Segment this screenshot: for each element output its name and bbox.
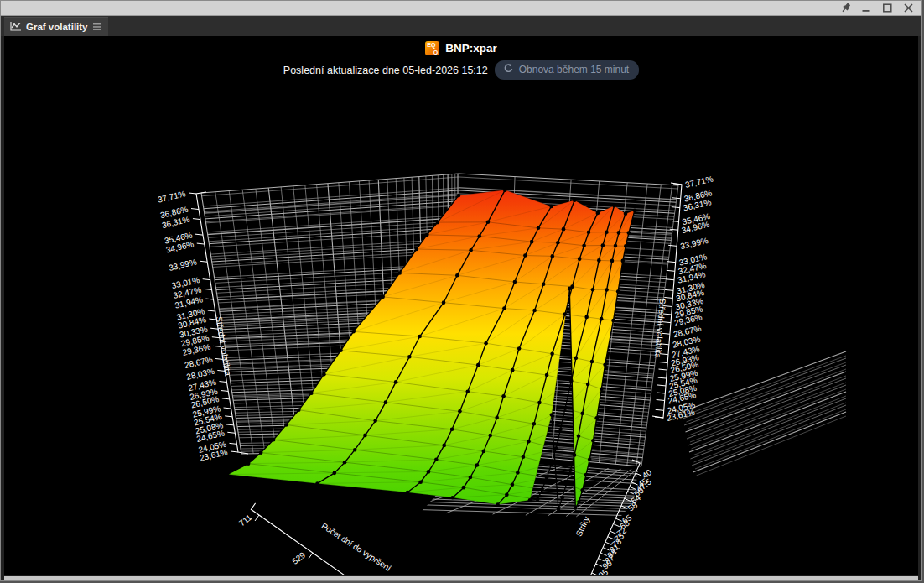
right-volatility-axis: 37,71%36,86%36,31%35,46%34,96%33,99%33,0… bbox=[652, 174, 714, 423]
svg-text:37,71%: 37,71% bbox=[684, 174, 714, 190]
refresh-icon bbox=[503, 63, 514, 76]
badge-text-bottom: O bbox=[433, 49, 438, 55]
svg-text:33,99%: 33,99% bbox=[168, 257, 198, 272]
line-chart-icon bbox=[10, 19, 22, 34]
svg-text:529: 529 bbox=[290, 550, 307, 566]
hamburger-menu-icon[interactable] bbox=[92, 19, 102, 34]
update-row: Poslední aktualizace dne 05-led-2026 15:… bbox=[283, 60, 639, 80]
svg-text:711: 711 bbox=[237, 513, 254, 528]
badge-text-top: EQ bbox=[427, 42, 435, 48]
window-body: EQ O BNP:xpar Poslední aktualizace dne 0… bbox=[1, 36, 921, 580]
pin-icon[interactable] bbox=[839, 3, 852, 13]
maximize-icon[interactable] bbox=[881, 3, 894, 13]
window-titlebar bbox=[1, 1, 921, 16]
window-bottom-edge bbox=[4, 575, 918, 580]
days-to-expiry-axis: 711529Počet dní do vypršení bbox=[237, 503, 398, 575]
instrument-title-row: EQ O BNP:xpar bbox=[425, 41, 497, 55]
volatility-surface-chart: 37,71%36,86%36,31%35,46%34,96%33,99%33,0… bbox=[4, 36, 918, 575]
svg-text:37,71%: 37,71% bbox=[157, 189, 187, 204]
chart-content: EQ O BNP:xpar Poslední aktualizace dne 0… bbox=[4, 36, 918, 575]
svg-text:Střední volatilita: Střední volatilita bbox=[653, 298, 667, 358]
tab-bar: Graf volatility bbox=[1, 16, 921, 36]
tab-label: Graf volatility bbox=[26, 22, 88, 32]
tab-graf-volatility[interactable]: Graf volatility bbox=[4, 17, 108, 36]
svg-text:33,99%: 33,99% bbox=[679, 236, 709, 251]
volatility-window: Graf volatility EQ O BNP:xpar bbox=[0, 0, 922, 581]
refresh-button[interactable]: Obnova během 15 minut bbox=[495, 60, 639, 80]
close-icon[interactable] bbox=[902, 3, 915, 13]
last-update-text: Poslední aktualizace dne 05-led-2026 15:… bbox=[283, 65, 488, 76]
equity-option-badge-icon: EQ O bbox=[425, 41, 439, 55]
refresh-button-label: Obnova během 15 minut bbox=[519, 64, 629, 75]
minimize-icon[interactable] bbox=[860, 3, 873, 13]
svg-text:Striky: Striky bbox=[574, 515, 592, 538]
floor-grid-right bbox=[682, 351, 846, 476]
chart-header: EQ O BNP:xpar Poslední aktualizace dne 0… bbox=[4, 41, 918, 80]
instrument-title: BNP:xpar bbox=[445, 42, 497, 55]
